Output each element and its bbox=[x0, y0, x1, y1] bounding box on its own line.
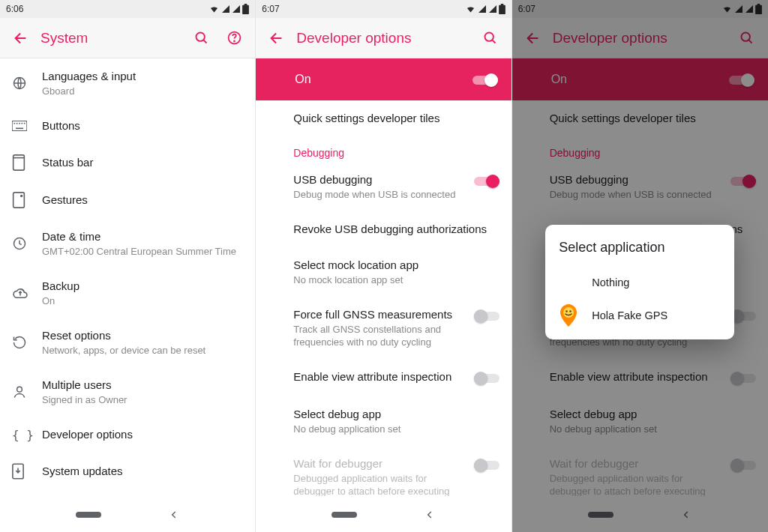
dialog-item-label: Nothing bbox=[592, 276, 629, 288]
toolbar: System bbox=[0, 18, 255, 58]
switch-toggle[interactable] bbox=[474, 371, 500, 386]
wifi-icon bbox=[465, 4, 476, 13]
row-label: System updates bbox=[42, 464, 243, 479]
row-sub: On bbox=[42, 294, 243, 307]
signal-icon bbox=[478, 4, 487, 13]
nav-home-pill[interactable] bbox=[332, 512, 357, 518]
svg-rect-4 bbox=[12, 121, 27, 130]
row-label: Languages & input bbox=[42, 69, 243, 84]
help-icon bbox=[226, 30, 242, 46]
dialog-item-nothing[interactable]: Nothing bbox=[559, 266, 721, 299]
row-label: Reset options bbox=[42, 328, 243, 343]
toolbar: Developer options bbox=[256, 18, 511, 58]
row-sub: Track all GNSS constellations and freque… bbox=[293, 323, 464, 348]
battery-icon bbox=[242, 4, 249, 14]
clock-icon bbox=[12, 236, 27, 251]
master-switch[interactable]: On bbox=[256, 58, 511, 100]
row-gnss[interactable]: Force full GNSS measurementsTrack all GN… bbox=[256, 297, 511, 359]
row-sub: No mock location app set bbox=[293, 273, 490, 286]
row-sub: No debug application set bbox=[293, 423, 490, 435]
row-developer-options[interactable]: { } Developer options bbox=[0, 417, 255, 453]
back-button[interactable] bbox=[4, 22, 38, 55]
row-languages[interactable]: Languages & inputGboard bbox=[0, 58, 255, 108]
svg-rect-10 bbox=[16, 128, 23, 130]
nav-back[interactable] bbox=[424, 510, 435, 520]
row-quick-tiles[interactable]: Quick settings developer tiles bbox=[256, 100, 511, 136]
row-sub: Debug mode when USB is connected bbox=[293, 188, 464, 201]
search-button[interactable] bbox=[184, 22, 218, 55]
dev-list: On Quick settings developer tiles Debugg… bbox=[256, 58, 511, 496]
nav-bar bbox=[256, 496, 511, 532]
master-switch-label: On bbox=[295, 73, 310, 86]
row-label: Date & time bbox=[42, 229, 243, 244]
row-status-bar[interactable]: Status bar bbox=[0, 144, 255, 181]
pane-dev-dialog: 6:07 Developer options On Quick bbox=[512, 0, 768, 532]
switch-toggle[interactable] bbox=[474, 309, 500, 324]
pane-dev-options: 6:07 Developer options On Quick bbox=[256, 0, 512, 532]
status-icons bbox=[465, 4, 506, 14]
row-sub: Network, apps, or device can be reset bbox=[42, 344, 243, 357]
row-sub: Gboard bbox=[42, 85, 243, 97]
row-gestures[interactable]: Gestures bbox=[0, 181, 255, 219]
gesture-icon bbox=[12, 192, 26, 208]
row-reset[interactable]: Reset optionsNetwork, apps, or device ca… bbox=[0, 318, 255, 367]
row-wait-debugger: Wait for debuggerDebugged application wa… bbox=[256, 446, 511, 496]
dialog-item-hola-fake-gps[interactable]: Hola Fake GPS bbox=[559, 299, 721, 332]
row-label: Status bar bbox=[42, 155, 243, 170]
switch-toggle[interactable] bbox=[474, 174, 500, 189]
settings-list: Languages & inputGboard Buttons Status b… bbox=[0, 58, 255, 496]
wifi-icon bbox=[208, 4, 220, 13]
braces-icon: { } bbox=[12, 428, 34, 442]
arrow-back-icon bbox=[268, 30, 285, 46]
row-label: Quick settings developer tiles bbox=[293, 111, 490, 126]
row-label: Developer options bbox=[42, 427, 243, 442]
status-bar: 6:06 bbox=[0, 0, 255, 18]
nav-back[interactable] bbox=[169, 510, 179, 520]
section-debugging: Debugging bbox=[256, 136, 511, 162]
svg-rect-7 bbox=[19, 123, 20, 124]
row-date-time[interactable]: Date & timeGMT+02:00 Central European Su… bbox=[0, 219, 255, 268]
signal-icon bbox=[488, 4, 497, 13]
dialog-item-label: Hola Fake GPS bbox=[592, 309, 668, 321]
svg-point-21 bbox=[566, 310, 568, 312]
row-debug-app[interactable]: Select debug appNo debug application set bbox=[256, 396, 511, 446]
search-button[interactable] bbox=[474, 22, 507, 55]
back-button[interactable] bbox=[260, 22, 293, 55]
row-backup[interactable]: BackupOn bbox=[0, 268, 255, 318]
battery-icon bbox=[499, 4, 506, 14]
page-title: System bbox=[40, 30, 184, 46]
row-usb-debugging[interactable]: USB debuggingDebug mode when USB is conn… bbox=[256, 162, 511, 211]
row-label: Enable view attribute inspection bbox=[293, 369, 464, 384]
switch-toggle[interactable] bbox=[472, 73, 498, 88]
row-label: USB debugging bbox=[293, 172, 464, 187]
signal-icon bbox=[232, 4, 241, 13]
svg-rect-9 bbox=[24, 123, 26, 124]
cloud-icon bbox=[12, 287, 28, 299]
update-icon bbox=[12, 463, 24, 480]
status-time: 6:07 bbox=[262, 4, 279, 14]
row-label: Force full GNSS measurements bbox=[293, 307, 464, 322]
app-pin-icon bbox=[559, 304, 578, 327]
switch-toggle bbox=[474, 458, 500, 473]
row-mock-location[interactable]: Select mock location appNo mock location… bbox=[256, 247, 511, 297]
help-button[interactable] bbox=[218, 22, 250, 55]
row-buttons[interactable]: Buttons bbox=[0, 108, 255, 144]
row-multiple-users[interactable]: Multiple usersSigned in as Owner bbox=[0, 367, 255, 417]
svg-point-14 bbox=[21, 196, 22, 197]
nav-home-pill[interactable] bbox=[76, 512, 101, 518]
row-sub: Debugged application waits for debugger … bbox=[293, 472, 464, 496]
row-system-updates[interactable]: System updates bbox=[0, 453, 255, 490]
svg-rect-5 bbox=[14, 123, 16, 124]
row-sub: Signed in as Owner bbox=[42, 393, 243, 406]
row-revoke-auth[interactable]: Revoke USB debugging authorizations bbox=[256, 211, 511, 247]
row-label: Gestures bbox=[42, 193, 243, 208]
arrow-back-icon bbox=[13, 30, 29, 46]
status-bar: 6:07 bbox=[256, 0, 511, 18]
svg-rect-6 bbox=[16, 123, 18, 124]
svg-point-2 bbox=[234, 40, 235, 41]
pane-system: 6:06 System Languages & bbox=[0, 0, 256, 532]
row-view-attr[interactable]: Enable view attribute inspection bbox=[256, 359, 511, 396]
row-label: Wait for debugger bbox=[293, 456, 464, 471]
row-label: Revoke USB debugging authorizations bbox=[293, 222, 490, 237]
dialog-title: Select application bbox=[559, 240, 721, 256]
